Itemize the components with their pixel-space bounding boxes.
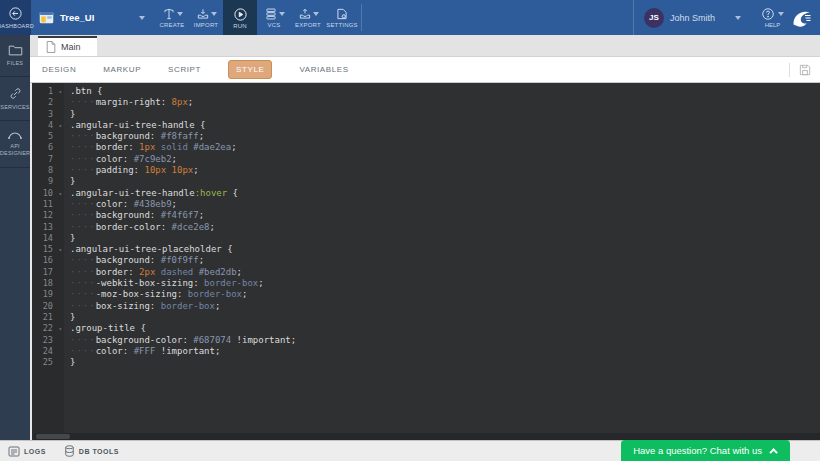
code-line[interactable]: 17····border: 2px dashed #bed2db;	[32, 267, 820, 278]
logs-button[interactable]: LOGS	[8, 446, 46, 457]
code-line[interactable]: 20····box-sizing: border-box;	[32, 301, 820, 312]
play-circle-icon	[233, 7, 248, 22]
vcs-button[interactable]: VCS	[257, 0, 291, 35]
dashboard-label: DASHBOARD	[0, 23, 34, 29]
line-number[interactable]: 23	[32, 335, 64, 346]
code-line[interactable]: 24····color: #FFF !important;	[32, 346, 820, 357]
line-number[interactable]: 19	[32, 289, 64, 300]
line-number[interactable]: 24	[32, 346, 64, 357]
sidebar-item-api-designer[interactable]: API DESIGNER	[0, 121, 30, 167]
code-line[interactable]: 11····color: #438eb9;	[32, 199, 820, 210]
line-number[interactable]: 4▾	[32, 120, 64, 131]
console-icon	[8, 446, 20, 457]
line-number[interactable]: 1▾	[32, 86, 64, 97]
fold-marker-icon[interactable]: ▾	[58, 120, 62, 131]
line-number[interactable]: 13	[32, 222, 64, 233]
code-line[interactable]: 7····color: #7c9eb2;	[32, 154, 820, 165]
subtab-bar: DESIGNMARKUPSCRIPTSTYLEVARIABLES	[30, 57, 820, 83]
line-number[interactable]: 18	[32, 278, 64, 289]
fold-marker-icon[interactable]: ▾	[58, 86, 62, 97]
user-menu[interactable]: JS John Smith	[633, 0, 751, 35]
avatar: JS	[644, 8, 664, 28]
line-number[interactable]: 8	[32, 165, 64, 176]
tab-markup[interactable]: MARKUP	[103, 65, 141, 74]
fold-marker-icon[interactable]: ▾	[58, 188, 62, 199]
tab-design[interactable]: DESIGN	[42, 65, 76, 74]
line-number[interactable]: 3	[32, 109, 64, 120]
line-number[interactable]: 7	[32, 154, 64, 165]
help-menu[interactable]: HELP	[751, 0, 788, 35]
project-selector[interactable]: Tree_UI	[31, 0, 155, 35]
line-number[interactable]: 21	[32, 312, 64, 323]
code-line[interactable]: 15▾.angular-ui-tree-placeholder {	[32, 244, 820, 255]
code-line[interactable]: 6····border: 1px solid #dae2ea;	[32, 142, 820, 153]
code-line[interactable]: 19····-moz-box-sizing: border-box;	[32, 289, 820, 300]
db-tools-label: DB TOOLS	[79, 448, 119, 455]
tab-main[interactable]: Main	[38, 36, 97, 56]
code-line[interactable]: 5····background: #f8faff;	[32, 131, 820, 142]
chat-label: Have a question? Chat with us	[633, 445, 762, 456]
code-line[interactable]: 4▾.angular-ui-tree-handle {	[32, 120, 820, 131]
code-line[interactable]: 23····background-color: #687074 !importa…	[32, 335, 820, 346]
code-line[interactable]: 3}	[32, 109, 820, 120]
code-line[interactable]: 10▾.angular-ui-tree-handle:hover {	[32, 188, 820, 199]
export-button[interactable]: EXPORT	[291, 0, 325, 35]
code-line[interactable]: 13····border-color: #dce2e8;	[32, 222, 820, 233]
code-line[interactable]: 25}	[32, 357, 820, 368]
code-line[interactable]: 8····padding: 10px 10px;	[32, 165, 820, 176]
line-number[interactable]: 6	[32, 142, 64, 153]
line-number[interactable]: 17	[32, 267, 64, 278]
sidebar-item-services[interactable]: SERVICES	[0, 77, 30, 121]
line-number[interactable]: 25	[32, 357, 64, 368]
run-button[interactable]: RUN	[223, 0, 257, 35]
save-icon[interactable]	[798, 63, 812, 77]
code-editor[interactable]: 1▾.btn {2····margin-right: 8px;3}4▾.angu…	[32, 83, 820, 440]
code-line[interactable]: 21}	[32, 312, 820, 323]
project-icon	[39, 11, 54, 24]
code-line[interactable]: 9}	[32, 176, 820, 187]
line-number[interactable]: 9	[32, 176, 64, 187]
code-line[interactable]: 1▾.btn {	[32, 86, 820, 97]
code-line[interactable]: 16····background: #f0f9ff;	[32, 255, 820, 266]
line-number[interactable]: 11	[32, 199, 64, 210]
editor-h-scrollbar[interactable]	[34, 433, 820, 440]
folder-icon	[8, 44, 23, 57]
line-number[interactable]: 12	[32, 210, 64, 221]
import-button[interactable]: IMPORT	[189, 0, 223, 35]
fold-marker-icon[interactable]: ▾	[58, 244, 62, 255]
code-line[interactable]: 12····background: #f4f6f7;	[32, 210, 820, 221]
api-designer-label: API DESIGNER	[0, 143, 30, 157]
chevron-up-icon	[769, 448, 777, 456]
run-label: RUN	[233, 23, 247, 29]
line-number[interactable]: 2	[32, 97, 64, 108]
file-gear-icon	[335, 7, 349, 21]
user-name: John Smith	[670, 13, 715, 23]
line-number[interactable]: 15▾	[32, 244, 64, 255]
create-button[interactable]: CREATE	[155, 0, 189, 35]
chat-button[interactable]: Have a question? Chat with us	[621, 440, 790, 461]
dashboard-button[interactable]: DASHBOARD	[0, 0, 31, 35]
code-line[interactable]: 18····-webkit-box-sizing: border-box;	[32, 278, 820, 289]
line-number[interactable]: 5	[32, 131, 64, 142]
tab-script[interactable]: SCRIPT	[168, 65, 201, 74]
scrollbar-thumb[interactable]	[36, 434, 70, 439]
fold-marker-icon[interactable]: ▾	[58, 323, 62, 334]
tab-style[interactable]: STYLE	[228, 60, 272, 79]
toolbar-divider	[361, 4, 362, 31]
line-number[interactable]: 22▾	[32, 323, 64, 334]
chevron-down-icon	[177, 12, 183, 16]
sidebar-item-files[interactable]: FILES	[0, 35, 30, 77]
line-number[interactable]: 10▾	[32, 188, 64, 199]
line-number[interactable]: 14	[32, 233, 64, 244]
db-tools-button[interactable]: DB TOOLS	[64, 445, 119, 457]
line-number[interactable]: 16	[32, 255, 64, 266]
project-name: Tree_UI	[60, 12, 94, 23]
code-line[interactable]: 2····margin-right: 8px;	[32, 97, 820, 108]
chevron-down-icon	[735, 16, 741, 20]
settings-button[interactable]: SETTINGS	[325, 0, 359, 35]
back-circle-icon	[8, 6, 23, 21]
tab-variables[interactable]: VARIABLES	[299, 65, 348, 74]
code-line[interactable]: 22▾.group-title {	[32, 323, 820, 334]
code-line[interactable]: 14}	[32, 233, 820, 244]
line-number[interactable]: 20	[32, 301, 64, 312]
